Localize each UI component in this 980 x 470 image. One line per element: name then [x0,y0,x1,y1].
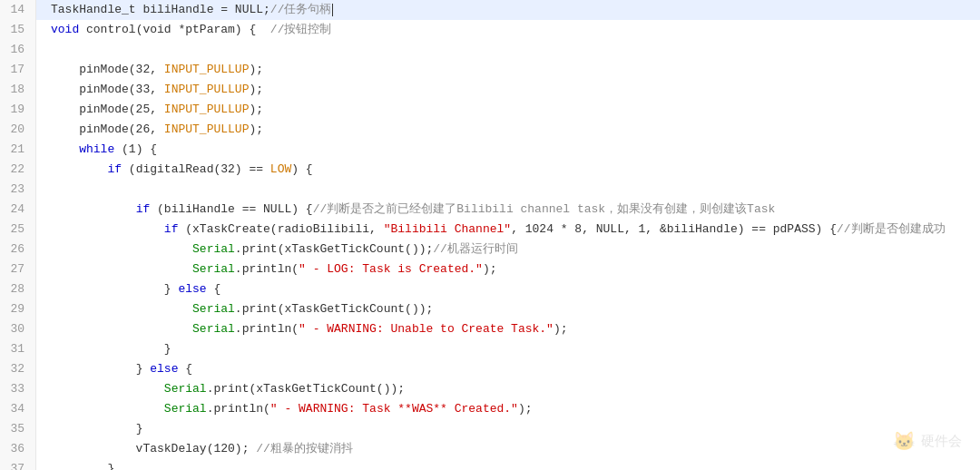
line-number: 19 [0,100,36,120]
code-line: 36 vTaskDelay(120); //粗暴的按键消抖 [0,439,980,459]
code-line: 32 } else { [0,359,980,379]
code-line: 22 if (digitalRead(32) == LOW) { [0,160,980,180]
line-number: 28 [0,279,36,299]
line-number: 26 [0,240,36,259]
watermark-text: 硬件会 [921,433,962,450]
line-number: 24 [0,200,36,220]
line-content: } else { [36,279,980,299]
line-number: 34 [0,399,36,419]
line-number: 15 [0,20,36,40]
line-content: Serial.print(xTaskGetTickCount()); [36,299,980,319]
line-content: Serial.println(" - WARNING: Unable to Cr… [36,319,980,339]
code-line: 34 Serial.println(" - WARNING: Task **WA… [0,399,980,419]
line-number: 23 [0,180,36,200]
code-line: 20 pinMode(26, INPUT_PULLUP); [0,120,980,140]
line-content: if (biliHandle == NULL) {//判断是否之前已经创建了Bi… [36,200,980,220]
line-content: pinMode(33, INPUT_PULLUP); [36,80,980,100]
line-content: if (xTaskCreate(radioBilibili, "Bilibili… [36,220,980,240]
code-line: 18 pinMode(33, INPUT_PULLUP); [0,80,980,100]
line-number: 18 [0,80,36,100]
code-line: 31 } [0,339,980,359]
code-line: 26 Serial.print(xTaskGetTickCount());//机… [0,240,980,259]
line-content: } [36,419,980,439]
line-content: Serial.println(" - WARNING: Task **WAS**… [36,399,980,419]
line-content [36,180,980,200]
line-content: vTaskDelay(120); //粗暴的按键消抖 [36,439,980,459]
line-number: 17 [0,60,36,80]
code-line: 30 Serial.println(" - WARNING: Unable to… [0,319,980,339]
code-line: 17 pinMode(32, INPUT_PULLUP); [0,60,980,80]
line-content: } else { [36,359,980,379]
code-line: 28 } else { [0,279,980,299]
code-line: 35 } [0,419,980,439]
line-content: void control(void *ptParam) { //按钮控制 [36,20,980,40]
line-number: 29 [0,299,36,319]
line-number: 25 [0,220,36,240]
line-content: pinMode(32, INPUT_PULLUP); [36,60,980,80]
code-line: 33 Serial.print(xTaskGetTickCount()); [0,379,980,399]
watermark: 🐱 硬件会 [893,430,962,452]
line-number: 35 [0,419,36,439]
line-content: Serial.print(xTaskGetTickCount());//机器运行… [36,240,980,259]
code-line: 25 if (xTaskCreate(radioBilibili, "Bilib… [0,220,980,240]
code-line: 16 [0,40,980,60]
line-number: 30 [0,319,36,339]
code-line: 23 [0,180,980,200]
line-content: while (1) { [36,140,980,160]
line-content: TaskHandle_t biliHandle = NULL;//任务句柄 [36,0,980,20]
line-number: 36 [0,439,36,459]
text-cursor [332,4,333,16]
code-line: 15void control(void *ptParam) { //按钮控制 [0,20,980,40]
line-number: 14 [0,0,36,20]
code-editor: 14TaskHandle_t biliHandle = NULL;//任务句柄1… [0,0,980,470]
line-number: 33 [0,379,36,399]
code-line: 19 pinMode(25, INPUT_PULLUP); [0,100,980,120]
line-content: pinMode(25, INPUT_PULLUP); [36,100,980,120]
code-line: 24 if (biliHandle == NULL) {//判断是否之前已经创建… [0,200,980,220]
code-line: 27 Serial.println(" - LOG: Task is Creat… [0,259,980,279]
line-number: 31 [0,339,36,359]
line-number: 27 [0,259,36,279]
line-number: 20 [0,120,36,140]
watermark-icon: 🐱 [893,430,916,452]
line-content: } [36,339,980,359]
line-number: 37 [0,459,36,470]
line-content [36,40,980,60]
line-number: 22 [0,160,36,180]
line-content: pinMode(26, INPUT_PULLUP); [36,120,980,140]
line-content: Serial.println(" - LOG: Task is Created.… [36,259,980,279]
code-line: 21 while (1) { [0,140,980,160]
code-line: 14TaskHandle_t biliHandle = NULL;//任务句柄 [0,0,980,20]
code-line: 29 Serial.print(xTaskGetTickCount()); [0,299,980,319]
line-number: 32 [0,359,36,379]
line-number: 21 [0,140,36,160]
line-content: Serial.print(xTaskGetTickCount()); [36,379,980,399]
line-content: } [36,459,980,470]
code-line: 37 } [0,459,980,470]
line-content: if (digitalRead(32) == LOW) { [36,160,980,180]
line-number: 16 [0,40,36,60]
